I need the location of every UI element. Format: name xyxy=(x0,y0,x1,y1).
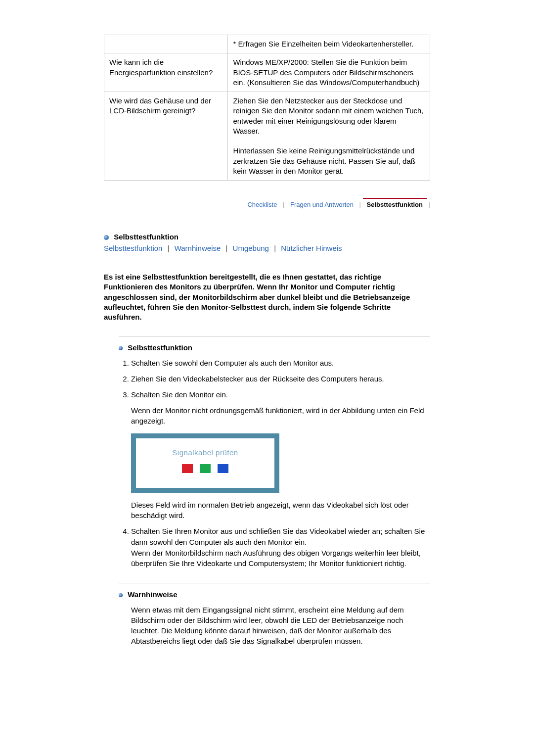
divider xyxy=(119,583,430,583)
steps-list: Schalten Sie sowohl den Computer als auc… xyxy=(119,358,430,569)
bullet-icon xyxy=(119,346,123,350)
warnings-body: Wenn etwas mit dem Eingangssignal nicht … xyxy=(131,605,425,646)
intro-paragraph: Es ist eine Selbsttestfunktion bereitges… xyxy=(104,272,430,322)
list-item: Schalten Sie sowohl den Computer als auc… xyxy=(131,358,430,369)
monitor-message: Signalkabel prüfen xyxy=(141,447,269,458)
faq-question: Wie wird das Gehäuse und der LCD-Bildsch… xyxy=(104,92,228,181)
link-umgebung[interactable]: Umgebung xyxy=(233,244,269,252)
list-item: Schalten Sie Ihren Monitor aus und schli… xyxy=(131,526,430,569)
nav-tabs: Checkliste | Fragen und Antworten | Selb… xyxy=(104,198,430,210)
table-row: * Erfragen Sie Einzelheiten beim Videoka… xyxy=(104,35,430,53)
list-item: Schalten Sie den Monitor ein. Wenn der M… xyxy=(131,389,430,521)
table-row: Wie wird das Gehäuse und der LCD-Bildsch… xyxy=(104,92,430,181)
tab-separator: | xyxy=(359,201,361,208)
tab-checkliste[interactable]: Checkliste xyxy=(243,199,281,210)
faq-answer: Ziehen Sie den Netzstecker aus der Steck… xyxy=(228,92,430,181)
tab-selbsttest[interactable]: Selbsttestfunktion xyxy=(363,198,427,210)
sub-nav: Selbsttestfunktion | Warnhinweise | Umge… xyxy=(104,244,430,252)
faq-question: Wie kann ich die Energiesparfunktion ein… xyxy=(104,53,228,92)
green-square-icon xyxy=(200,464,211,473)
monitor-mock-inner: Signalkabel prüfen xyxy=(136,438,274,488)
divider xyxy=(119,336,430,336)
bullet-icon xyxy=(119,593,123,597)
blue-square-icon xyxy=(218,464,228,473)
monitor-mock-outer: Signalkabel prüfen xyxy=(131,433,279,493)
faq-table: * Erfragen Sie Einzelheiten beim Videoka… xyxy=(104,35,430,181)
subheader-warnings: Warnhinweise xyxy=(119,590,430,599)
list-item: Ziehen Sie den Videokabelstecker aus der… xyxy=(131,374,430,384)
subheader-selftest: Selbsttestfunktion xyxy=(119,343,430,352)
tab-fragen[interactable]: Fragen und Antworten xyxy=(286,199,357,210)
faq-question xyxy=(104,35,228,53)
tab-separator: | xyxy=(429,201,430,208)
link-selbsttest[interactable]: Selbsttestfunktion xyxy=(104,244,162,252)
faq-answer: * Erfragen Sie Einzelheiten beim Videoka… xyxy=(228,35,430,53)
section-heading: Selbsttestfunktion xyxy=(104,233,430,241)
table-row: Wie kann ich die Energiesparfunktion ein… xyxy=(104,53,430,92)
link-warnhinweise[interactable]: Warnhinweise xyxy=(175,244,221,252)
section-title-text: Selbsttestfunktion xyxy=(114,233,178,241)
red-square-icon xyxy=(182,464,193,473)
faq-answer: Windows ME/XP/2000: Stellen Sie die Funk… xyxy=(228,53,430,92)
tab-separator: | xyxy=(283,201,284,208)
bullet-icon xyxy=(104,235,109,240)
link-hinweis[interactable]: Nützlicher Hinweis xyxy=(281,244,342,252)
